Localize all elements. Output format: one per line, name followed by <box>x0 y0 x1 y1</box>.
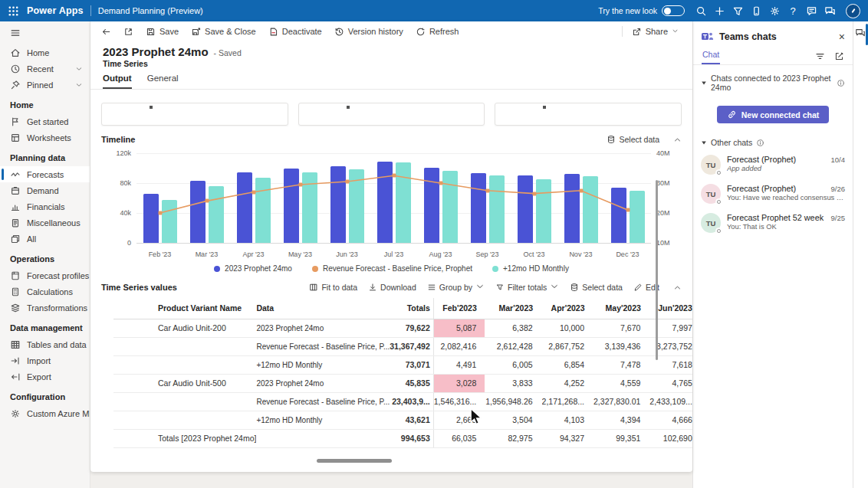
info-icon[interactable] <box>756 139 764 147</box>
save-button[interactable]: Save <box>140 22 185 41</box>
sidebar-item-worksheets[interactable]: Worksheets <box>0 129 90 146</box>
column-header-product-variant-name[interactable]: Product Variant Name <box>113 298 256 319</box>
mobile-icon[interactable] <box>747 2 765 20</box>
column-header-mar-2023[interactable]: Mar'2023 <box>485 298 541 319</box>
timeline-chart[interactable]: 010M40k20M80k30M120k40MFeb '23Mar '23Apr… <box>101 150 682 260</box>
chat-list-item[interactable]: TUForecast (Prophet)9/26You: Have we rea… <box>697 179 849 208</box>
value-cell[interactable]: 4,103 <box>541 411 593 429</box>
search-icon[interactable] <box>692 2 710 20</box>
new-look-toggle[interactable] <box>662 5 685 16</box>
share-button[interactable]: Share <box>626 22 685 41</box>
version-history-button[interactable]: Version history <box>328 22 409 41</box>
value-cell[interactable]: 4,666 <box>649 411 692 429</box>
sidebar-item-recent[interactable]: Recent <box>0 61 90 77</box>
value-cell[interactable]: 2,171,268... <box>541 392 593 411</box>
value-cell[interactable]: 2,665 <box>433 411 485 429</box>
column-header-may-2023[interactable]: May'2023 <box>593 298 649 319</box>
summary-card[interactable] <box>495 103 682 126</box>
sidebar-item-forecast-profiles[interactable]: Forecast profiles <box>0 267 90 283</box>
settings-icon[interactable] <box>765 2 784 20</box>
sidebar-item-demand[interactable]: Demand <box>0 182 90 198</box>
filter-totals-button[interactable]: Filter totals <box>495 282 559 293</box>
app-launcher-waffle-icon[interactable] <box>6 4 20 18</box>
value-cell[interactable]: 3,139,436 <box>593 337 649 355</box>
sidebar-item-custom-azure-ml[interactable]: Custom Azure ML <box>0 405 90 421</box>
sidebar-item-financials[interactable]: Financials <box>0 198 90 215</box>
value-cell[interactable]: 99,351 <box>593 429 649 447</box>
sidebar-item-all[interactable]: All <box>0 231 90 247</box>
collapse-section-icon[interactable] <box>673 136 682 144</box>
value-cell[interactable]: 10,000 <box>541 319 593 337</box>
summary-card[interactable] <box>298 103 485 126</box>
add-icon[interactable] <box>710 2 728 20</box>
vertical-scrollbar-thumb[interactable] <box>656 180 658 360</box>
new-chat-compose-icon[interactable] <box>834 51 844 61</box>
value-cell[interactable]: 5,087 <box>433 319 485 337</box>
value-cell[interactable]: 66,035 <box>433 429 485 447</box>
value-cell[interactable]: 6,854 <box>541 355 593 374</box>
connected-chats-header[interactable]: Chats connected to 2023 Prophet 24mo <box>693 65 853 93</box>
value-cell[interactable]: 3,504 <box>485 411 541 429</box>
column-header-apr-2023[interactable]: Apr'2023 <box>541 298 593 319</box>
save-close-button[interactable]: Save & Close <box>185 22 262 41</box>
sidebar-item-home[interactable]: Home <box>0 44 90 61</box>
sidebar-item-forecasts[interactable]: Forecasts <box>0 166 90 182</box>
value-cell[interactable]: 4,765 <box>649 374 692 392</box>
tab-output[interactable]: Output <box>103 74 132 89</box>
value-cell[interactable]: 4,559 <box>593 374 649 392</box>
filter-icon[interactable] <box>728 2 747 20</box>
hamburger-menu-icon[interactable] <box>0 21 90 44</box>
teams-chat-icon[interactable] <box>820 2 839 20</box>
column-header-totals[interactable]: Totals <box>390 298 433 319</box>
select-data-button[interactable]: Select data <box>570 283 623 292</box>
sidebar-item-get-started[interactable]: Get started <box>0 113 90 129</box>
value-cell[interactable]: 7,670 <box>593 319 649 337</box>
select-data-button[interactable]: Select data <box>607 135 659 144</box>
sidebar-item-tables-and-data[interactable]: Tables and data <box>0 336 90 352</box>
sidebar-item-export[interactable]: Export <box>0 368 90 385</box>
value-cell[interactable]: 3,833 <box>485 374 541 392</box>
chat-filter-icon[interactable] <box>815 51 825 61</box>
value-cell[interactable]: 2,433,109... <box>649 392 692 411</box>
value-cell[interactable]: 2,082,416 <box>433 337 485 355</box>
value-cell[interactable]: 4,252 <box>541 374 593 392</box>
sidebar-item-pinned[interactable]: Pinned <box>0 77 90 93</box>
value-cell[interactable]: 2,612,428 <box>485 337 541 355</box>
sidebar-item-miscellaneous[interactable]: Miscellaneous <box>0 215 90 231</box>
user-avatar[interactable] <box>846 4 860 18</box>
value-cell[interactable]: 6,382 <box>485 319 541 337</box>
info-icon[interactable] <box>837 79 845 87</box>
value-cell[interactable]: 94,327 <box>541 429 593 447</box>
group-by-button[interactable]: Group by <box>427 282 485 293</box>
chat-list-item[interactable]: TUForecast (Prophet)10/4App added <box>697 150 849 179</box>
chevron-down-icon[interactable] <box>75 65 83 73</box>
value-cell[interactable]: 1,956,948.26 <box>485 392 541 411</box>
tab-chat[interactable]: Chat <box>702 48 720 64</box>
download-button[interactable]: Download <box>368 283 416 292</box>
value-cell[interactable]: 3,028 <box>433 374 485 392</box>
environment-name[interactable]: Demand Planning (Preview) <box>98 6 203 15</box>
help-icon[interactable]: ? <box>784 2 802 20</box>
fit-to-data-button[interactable]: Fit to data <box>309 283 357 292</box>
other-chats-header[interactable]: Other chats <box>693 129 853 149</box>
value-cell[interactable]: 7,478 <box>593 355 649 374</box>
value-cell[interactable]: 2,867,752 <box>541 337 593 355</box>
back-button[interactable] <box>95 22 117 41</box>
legend-item-revenue-forecast-baseline-price-prophet[interactable]: Revenue Forecast - Baseline Price, Proph… <box>312 264 472 273</box>
horizontal-scrollbar-thumb[interactable] <box>317 459 392 463</box>
legend-item-12mo-hd-monthly[interactable]: +12mo HD Monthly <box>492 264 569 273</box>
feedback-icon[interactable] <box>802 2 820 20</box>
sidebar-item-import[interactable]: Import <box>0 352 90 368</box>
column-header-data[interactable]: Data <box>256 298 390 319</box>
value-cell[interactable]: 6,005 <box>485 355 541 374</box>
expand-button[interactable] <box>117 22 140 41</box>
value-cell[interactable]: 102,690 <box>649 429 692 447</box>
value-cell[interactable]: 82,975 <box>485 429 541 447</box>
value-cell[interactable]: 1,546,316... <box>433 392 485 411</box>
deactivate-button[interactable]: Deactivate <box>262 22 328 41</box>
summary-card[interactable] <box>101 103 288 126</box>
value-cell[interactable]: 4,491 <box>433 355 485 374</box>
app-name[interactable]: Power Apps <box>27 5 84 16</box>
value-cell[interactable]: 2,327,830.01 <box>593 392 649 411</box>
collapse-section-icon[interactable] <box>673 283 682 292</box>
